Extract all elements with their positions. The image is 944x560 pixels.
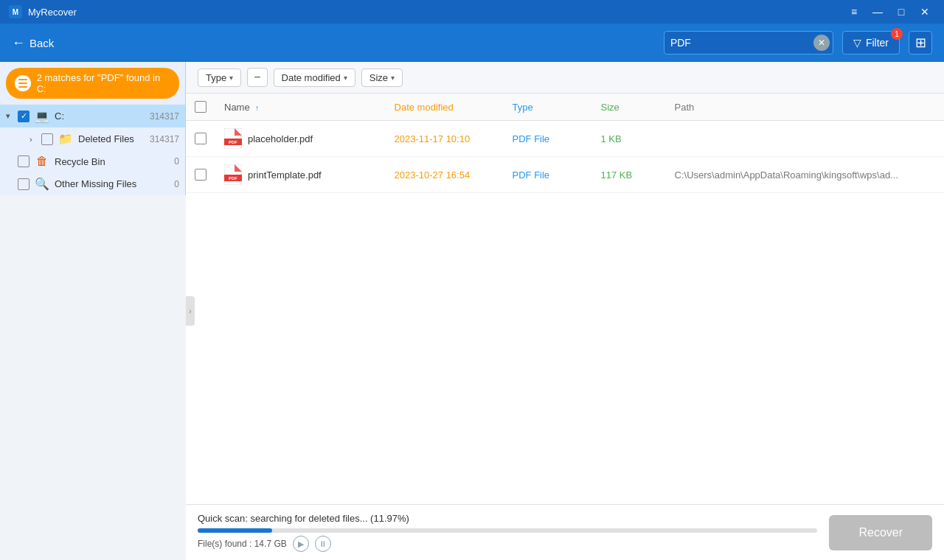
content-area: Type ▾ − Date modified ▾ Size ▾ (186, 62, 944, 560)
row1-check-cell (186, 121, 215, 157)
app-logo: M (9, 5, 22, 18)
maximize-button[interactable]: □ (891, 4, 912, 20)
row2-filename: printTemplate.pdf (248, 169, 322, 181)
sidebar: 2 matches for "PDF" found in C: ▾ 💻 C: 3… (0, 62, 186, 195)
sidebar-item-drive-c[interactable]: ▾ 💻 C: 314317 (0, 105, 185, 127)
files-found-row: File(s) found : 14.7 GB ▶ ⏸ (198, 536, 817, 552)
header-path-label: Path (675, 102, 695, 113)
drive-c-count: 314317 (150, 111, 179, 122)
row1-name-wrapper: PDF placeholder.pdf (224, 128, 377, 149)
size-filter[interactable]: Size ▾ (361, 69, 403, 87)
drive-icon: 💻 (34, 109, 50, 123)
progress-status: Quick scan: searching for deleted files.… (198, 513, 817, 524)
type-filter[interactable]: Type ▾ (198, 69, 241, 87)
header-date-label: Date modified (395, 102, 454, 113)
search-banner-text: 2 matches for "PDF" found in C: (37, 72, 170, 94)
other-missing-count: 0 (174, 179, 179, 189)
pdf-icon-1: PDF (224, 128, 242, 149)
titlebar-controls: ≡ — □ ✕ (844, 4, 935, 20)
sidebar-item-recycle-bin[interactable]: 🗑 Recycle Bin 0 (0, 150, 185, 172)
hamburger-line-1 (18, 79, 27, 80)
filter-button[interactable]: ▽ Filter 1 (842, 31, 900, 55)
expand-icon: ▾ (6, 111, 18, 121)
minimize-button[interactable]: — (867, 4, 888, 20)
svg-text:PDF: PDF (229, 176, 237, 181)
pdf-icon-2: PDF (224, 164, 242, 185)
row1-name-cell: PDF placeholder.pdf (215, 121, 386, 157)
row2-check-cell (186, 157, 215, 193)
header-name[interactable]: Name ↑ (215, 94, 386, 121)
back-label: Back (30, 37, 54, 49)
header-path: Path (666, 94, 944, 121)
bottom-bar: Quick scan: searching for deleted files.… (186, 504, 944, 560)
row1-date: 2023-11-17 10:10 (386, 121, 504, 157)
sidebar-item-deleted-files[interactable]: › 📁 Deleted Files 314317 (0, 127, 185, 150)
pause-button[interactable]: ⏸ (315, 536, 331, 552)
collapse-sidebar-button[interactable]: › (186, 296, 195, 326)
deleted-files-checkbox[interactable] (41, 133, 53, 145)
size-chevron-icon: ▾ (391, 74, 395, 82)
row1-checkbox[interactable] (195, 133, 206, 144)
row2-size: 117 KB (592, 157, 666, 193)
table-row: PDF printTemplate.pdf 2023-10-27 16:54 P… (186, 157, 944, 193)
other-missing-checkbox[interactable] (18, 178, 30, 190)
table-body: PDF placeholder.pdf 2023-11-17 10:10 PDF… (186, 121, 944, 193)
header-size[interactable]: Size (592, 94, 666, 121)
other-missing-icon: 🔍 (34, 177, 50, 191)
hamburger-button[interactable]: ≡ (844, 4, 864, 20)
sidebar-wrapper: 2 matches for "PDF" found in C: ▾ 💻 C: 3… (0, 62, 186, 560)
row2-checkbox[interactable] (195, 169, 206, 181)
search-clear-button[interactable]: ✕ (813, 35, 830, 51)
row2-path: C:\Users\admin\AppData\Roaming\kingsoft\… (666, 157, 944, 193)
header-name-label: Name (224, 102, 250, 113)
type-chevron-icon: ▾ (229, 74, 233, 82)
hamburger-icon (17, 77, 29, 89)
name-sort-icon: ↑ (255, 104, 259, 112)
recycle-bin-checkbox[interactable] (18, 155, 30, 167)
table-row: PDF placeholder.pdf 2023-11-17 10:10 PDF… (186, 121, 944, 157)
file-table-container: Name ↑ Date modified Type Size (186, 94, 944, 504)
drive-c-checkbox[interactable] (18, 111, 30, 122)
header-date[interactable]: Date modified (386, 94, 504, 121)
row2-name-cell: PDF printTemplate.pdf (215, 157, 386, 193)
date-chevron-icon: ▾ (344, 74, 347, 82)
select-all-checkbox[interactable] (195, 101, 206, 113)
close-button[interactable]: ✕ (914, 4, 935, 20)
titlebar-left: M MyRecover (9, 5, 77, 18)
recover-button[interactable]: Recover (829, 515, 932, 550)
toolbar: ← Back ✕ ▽ Filter 1 ⊞ (0, 24, 944, 62)
search-input[interactable] (664, 37, 813, 49)
row1-filename: placeholder.pdf (248, 133, 313, 144)
type-minus-button[interactable]: − (247, 68, 267, 87)
date-filter[interactable]: Date modified ▾ (274, 69, 355, 87)
search-banner: 2 matches for "PDF" found in C: (6, 68, 179, 99)
filter-row: Type ▾ − Date modified ▾ Size ▾ (186, 62, 944, 94)
play-button[interactable]: ▶ (293, 536, 309, 552)
app-title: MyRecover (28, 7, 77, 18)
grid-view-button[interactable]: ⊞ (909, 31, 932, 55)
header-check (186, 94, 215, 121)
progress-bar-background (198, 528, 817, 533)
type-filter-label: Type (206, 72, 226, 83)
file-table: Name ↑ Date modified Type Size (186, 94, 944, 193)
search-box: ✕ (664, 31, 833, 55)
filter-badge: 1 (891, 28, 903, 40)
back-button[interactable]: ← Back (12, 35, 54, 51)
main-layout: 2 matches for "PDF" found in C: ▾ 💻 C: 3… (0, 62, 944, 560)
row2-name-wrapper: PDF printTemplate.pdf (224, 164, 377, 185)
svg-text:PDF: PDF (229, 140, 237, 144)
progress-section: Quick scan: searching for deleted files.… (198, 513, 817, 552)
row1-path (666, 121, 944, 157)
row1-type: PDF File (504, 121, 592, 157)
sidebar-item-other-missing[interactable]: 🔍 Other Missing Files 0 (0, 172, 185, 195)
other-missing-label: Other Missing Files (55, 178, 171, 189)
row2-type: PDF File (504, 157, 592, 193)
files-found-label: File(s) found : 14.7 GB (198, 539, 287, 549)
header-type[interactable]: Type (504, 94, 592, 121)
size-filter-label: Size (369, 72, 388, 83)
progress-bar-fill (198, 528, 272, 533)
drive-c-label: C: (55, 111, 147, 122)
expand-icon-deleted: › (30, 135, 41, 144)
app-logo-text: M (13, 8, 18, 16)
row2-date: 2023-10-27 16:54 (386, 157, 504, 193)
